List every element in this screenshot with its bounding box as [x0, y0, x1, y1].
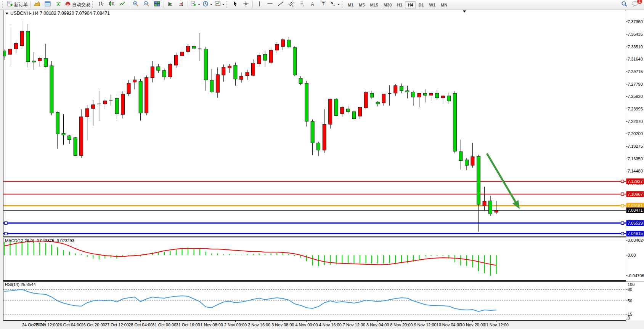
- time-tick-label: 3 Nov 08:00: [271, 323, 294, 327]
- cursor-icon: [232, 1, 238, 8]
- line-handle[interactable]: [621, 232, 624, 235]
- line-handle[interactable]: [621, 193, 624, 195]
- horizontal-line-button[interactable]: [265, 0, 275, 9]
- price-badge-label: 7.06529: [628, 221, 643, 225]
- separator: [164, 1, 164, 8]
- trendline-icon: [278, 1, 284, 8]
- periods-button[interactable]: [201, 0, 214, 9]
- arrows-tool-icon: [330, 1, 336, 8]
- candle: [334, 98, 338, 116]
- separator: [129, 1, 129, 8]
- candle: [293, 46, 296, 76]
- search-button[interactable]: [619, 0, 630, 9]
- timeframe-W1[interactable]: W1: [427, 2, 438, 8]
- timeframe-D1[interactable]: D1: [416, 2, 427, 8]
- text-tool-icon: A: [310, 1, 316, 8]
- time-tick-label: 31 Oct 00:00: [152, 323, 176, 327]
- templates-icon: [215, 1, 221, 8]
- timeframe-H4[interactable]: H4: [405, 2, 416, 8]
- data-window-icon: [45, 1, 51, 8]
- new-chart-button[interactable]: [189, 0, 201, 9]
- line-handle[interactable]: [621, 222, 624, 224]
- text-tool-button[interactable]: A: [307, 0, 318, 9]
- timeframe-M30[interactable]: M30: [381, 2, 394, 8]
- price-badge-label: 7.08471: [628, 208, 643, 212]
- main-toolbar: 新订单 自动交易 E F A T M1M5M15M30H1H4D1W1MN: [0, 0, 644, 10]
- price-tick-label: 7.16350: [628, 157, 643, 161]
- channel-icon: E: [288, 1, 294, 8]
- time-tick-label: 2 Nov 00:00: [224, 323, 247, 327]
- price-tick-label: 7.31640: [628, 57, 643, 61]
- price-badge-label: 7.12927: [628, 179, 643, 184]
- timeframe-M1[interactable]: M1: [345, 2, 356, 8]
- timeframe-group: M1M5M15M30H1H4D1W1MN: [345, 1, 450, 8]
- crosshair-button[interactable]: [241, 0, 251, 9]
- time-tick-label: 11 Nov 12:00: [484, 323, 509, 327]
- line-handle[interactable]: [5, 222, 7, 224]
- autotrade-button[interactable]: 自动交易: [64, 0, 92, 9]
- arrows-tool-button[interactable]: [329, 0, 341, 9]
- equidistant-channel-button[interactable]: E: [286, 0, 297, 9]
- tile-windows-button[interactable]: [152, 0, 162, 9]
- price-chart: 7.373607.354357.335107.316407.297157.277…: [0, 10, 644, 329]
- candlestick-chart-button[interactable]: [106, 0, 117, 9]
- time-tick-label: 28 Oct 04:00: [128, 323, 153, 327]
- signals-button[interactable]: [53, 0, 64, 9]
- zoom-out-button[interactable]: [141, 0, 152, 9]
- toolbar-grip[interactable]: [92, 1, 95, 8]
- trendline-button[interactable]: [275, 0, 286, 9]
- templates-button[interactable]: [214, 0, 226, 9]
- vertical-line-icon: [256, 1, 262, 8]
- macd-tick-label: 0.00: [628, 253, 636, 257]
- market-watch-button[interactable]: [32, 0, 42, 9]
- autotrade-label: 自动交易: [72, 2, 90, 8]
- vertical-line-button[interactable]: [254, 0, 265, 9]
- price-tick-label: 7.33510: [628, 45, 643, 49]
- line-handle[interactable]: [621, 204, 624, 207]
- timeframe-M5[interactable]: M5: [356, 2, 367, 8]
- time-scale[interactable]: 24 Oct 202225 Oct 12:0026 Oct 04:0026 Oc…: [0, 321, 644, 329]
- price-tick-label: 7.22070: [628, 119, 643, 124]
- time-tick-label: 9 Nov 12:00: [414, 323, 436, 327]
- price-tick-label: 7.35435: [628, 32, 643, 37]
- time-tick-label: 27 Oct 12:00: [105, 323, 129, 327]
- time-tick-label: 8 Nov 04:00: [366, 323, 389, 327]
- separator: [252, 1, 253, 8]
- chart-shift-button[interactable]: [176, 0, 186, 9]
- price-badge-label: 7.09181: [628, 203, 643, 208]
- auto-scroll-icon: [167, 1, 173, 8]
- notifications-button[interactable]: 1: [630, 0, 640, 9]
- fibonacci-button[interactable]: F: [297, 0, 307, 9]
- line-handle[interactable]: [5, 232, 7, 235]
- svg-text:T: T: [322, 2, 325, 6]
- timeframe-M15[interactable]: M15: [368, 2, 381, 8]
- toolbar-grip[interactable]: [2, 1, 5, 8]
- chart-window[interactable]: 7.373607.354357.335107.316407.297157.277…: [0, 10, 644, 329]
- candle: [74, 137, 77, 156]
- autotrade-icon: [65, 1, 71, 8]
- candle: [329, 99, 332, 129]
- time-tick-label: 10 Nov 04:00: [437, 323, 461, 327]
- candle: [364, 91, 368, 110]
- rsi-tick-label: 0: [628, 316, 630, 320]
- data-window-button[interactable]: [42, 0, 53, 9]
- time-tick-label: 26 Oct 04:00: [58, 323, 82, 327]
- cursor-button[interactable]: [230, 0, 241, 9]
- price-tick-label: 7.23995: [628, 107, 643, 111]
- svg-text:F: F: [303, 5, 305, 7]
- toolbar-grip[interactable]: [342, 1, 344, 8]
- timeframe-H1[interactable]: H1: [394, 2, 405, 8]
- bar-chart-button[interactable]: [96, 0, 106, 9]
- candle: [50, 61, 53, 115]
- auto-scroll-button[interactable]: [165, 0, 176, 9]
- candle: [453, 91, 456, 153]
- zoom-in-button[interactable]: [130, 0, 141, 9]
- dropdown-caret-icon: [222, 4, 225, 5]
- new-order-button[interactable]: 新订单: [6, 0, 29, 9]
- dropdown-caret-icon: [337, 4, 340, 5]
- toolbar-grip[interactable]: [226, 1, 229, 8]
- line-chart-button[interactable]: [117, 0, 128, 9]
- line-handle[interactable]: [621, 180, 624, 183]
- text-label-button[interactable]: T: [318, 0, 329, 9]
- timeframe-MN[interactable]: MN: [438, 2, 450, 8]
